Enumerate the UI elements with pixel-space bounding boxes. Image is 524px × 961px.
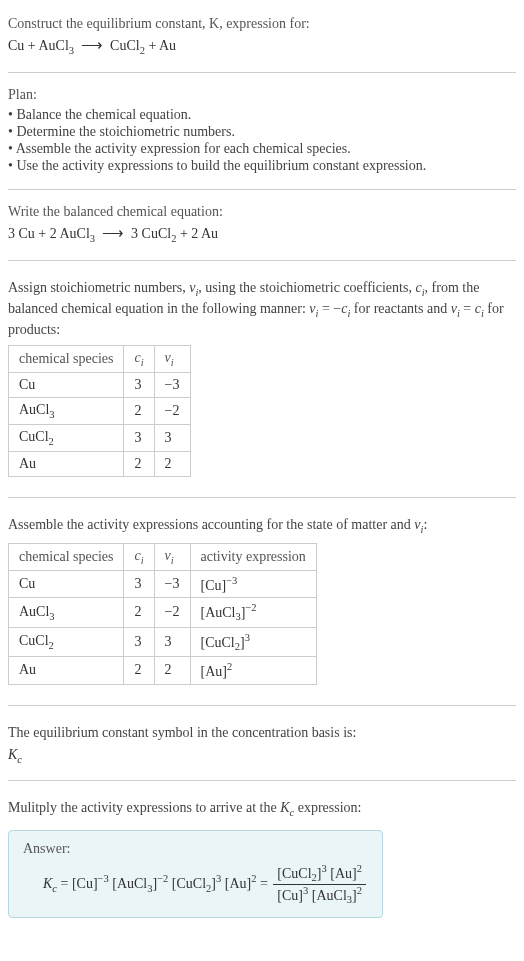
balanced-section: Write the balanced chemical equation: 3 … <box>8 196 516 254</box>
table-row: Cu 3 −3 <box>9 373 191 398</box>
balanced-equation: 3 Cu + 2 AuCl3 ⟶ 3 CuCl2 + 2 Au <box>8 224 516 244</box>
table-row: CuCl2 3 3 [CuCl2]3 <box>9 627 317 656</box>
plan-heading: Plan: <box>8 87 516 103</box>
col-species: chemical species <box>9 346 124 373</box>
kc-numerator: [CuCl2]3 [Au]2 <box>273 863 366 884</box>
balanced-heading: Write the balanced chemical equation: <box>8 204 516 220</box>
cell-vi: 2 <box>154 451 190 476</box>
cell-activity: [Au]2 <box>190 657 316 685</box>
cell-ci: 2 <box>124 398 154 425</box>
stoich-table: chemical species ci νi Cu 3 −3 AuCl3 2 −… <box>8 345 191 476</box>
cell-vi: −2 <box>154 598 190 627</box>
final-section: Mulitply the activity expressions to arr… <box>8 787 516 932</box>
kc-fraction: [CuCl2]3 [Au]2 [Cu]3 [AuCl3]2 <box>273 863 366 905</box>
cell-ci: 3 <box>124 627 154 656</box>
plan-item: • Use the activity expressions to build … <box>8 158 516 174</box>
divider <box>8 705 516 706</box>
cell-activity: [Cu]−3 <box>190 570 316 598</box>
cell-ci: 3 <box>124 570 154 598</box>
plan-item: • Assemble the activity expression for e… <box>8 141 516 157</box>
answer-box: Answer: Kc = [Cu]−3 [AuCl3]−2 [CuCl2]3 [… <box>8 830 383 918</box>
final-para: Mulitply the activity expressions to arr… <box>8 799 516 820</box>
cell-vi: −3 <box>154 373 190 398</box>
intro-equation: Cu + AuCl3 ⟶ CuCl2 + Au <box>8 36 516 56</box>
col-activity: activity expression <box>190 543 316 570</box>
plan-item: • Determine the stoichiometric numbers. <box>8 124 516 140</box>
table-row: CuCl2 3 3 <box>9 425 191 452</box>
cell-ci: 2 <box>124 598 154 627</box>
divider <box>8 780 516 781</box>
cell-ci: 3 <box>124 425 154 452</box>
intro-section: Construct the equilibrium constant, K, e… <box>8 8 516 66</box>
cell-species: Cu <box>9 570 124 598</box>
table-row: AuCl3 2 −2 [AuCl3]−2 <box>9 598 317 627</box>
divider <box>8 189 516 190</box>
cell-species: Au <box>9 657 124 685</box>
table-row: Cu 3 −3 [Cu]−3 <box>9 570 317 598</box>
divider <box>8 497 516 498</box>
cell-ci: 3 <box>124 373 154 398</box>
table-row: Au 2 2 <box>9 451 191 476</box>
cell-species: AuCl3 <box>9 398 124 425</box>
table-row: AuCl3 2 −2 <box>9 398 191 425</box>
stoich-para: Assign stoichiometric numbers, νi, using… <box>8 279 516 340</box>
col-vi: νi <box>154 346 190 373</box>
col-ci: ci <box>124 346 154 373</box>
activity-para: Assemble the activity expressions accoun… <box>8 516 516 537</box>
cell-species: CuCl2 <box>9 425 124 452</box>
kc-denominator: [Cu]3 [AuCl3]2 <box>273 885 366 905</box>
plan-section: Plan: • Balance the chemical equation. •… <box>8 79 516 183</box>
divider <box>8 260 516 261</box>
kc-left: Kc = [Cu]−3 [AuCl3]−2 [CuCl2]3 [Au]2 = <box>43 876 271 891</box>
cell-ci: 2 <box>124 657 154 685</box>
cell-activity: [AuCl3]−2 <box>190 598 316 627</box>
cell-species: Au <box>9 451 124 476</box>
activity-section: Assemble the activity expressions accoun… <box>8 504 516 699</box>
activity-table: chemical species ci νi activity expressi… <box>8 543 317 685</box>
cell-vi: 3 <box>154 627 190 656</box>
col-vi: νi <box>154 543 190 570</box>
kc-symbol-para: The equilibrium constant symbol in the c… <box>8 724 516 743</box>
cell-vi: −3 <box>154 570 190 598</box>
cell-activity: [CuCl2]3 <box>190 627 316 656</box>
cell-vi: −2 <box>154 398 190 425</box>
cell-vi: 3 <box>154 425 190 452</box>
table-row: Au 2 2 [Au]2 <box>9 657 317 685</box>
cell-vi: 2 <box>154 657 190 685</box>
kc-symbol-section: The equilibrium constant symbol in the c… <box>8 712 516 775</box>
col-ci: ci <box>124 543 154 570</box>
cell-species: CuCl2 <box>9 627 124 656</box>
cell-species: AuCl3 <box>9 598 124 627</box>
answer-label: Answer: <box>23 841 368 857</box>
stoich-section: Assign stoichiometric numbers, νi, using… <box>8 267 516 491</box>
kc-expression: Kc = [Cu]−3 [AuCl3]−2 [CuCl2]3 [Au]2 = [… <box>23 863 368 905</box>
intro-title: Construct the equilibrium constant, K, e… <box>8 16 516 32</box>
cell-ci: 2 <box>124 451 154 476</box>
table-header-row: chemical species ci νi <box>9 346 191 373</box>
col-species: chemical species <box>9 543 124 570</box>
divider <box>8 72 516 73</box>
plan-item: • Balance the chemical equation. <box>8 107 516 123</box>
kc-symbol: Kc <box>8 747 516 765</box>
table-header-row: chemical species ci νi activity expressi… <box>9 543 317 570</box>
cell-species: Cu <box>9 373 124 398</box>
